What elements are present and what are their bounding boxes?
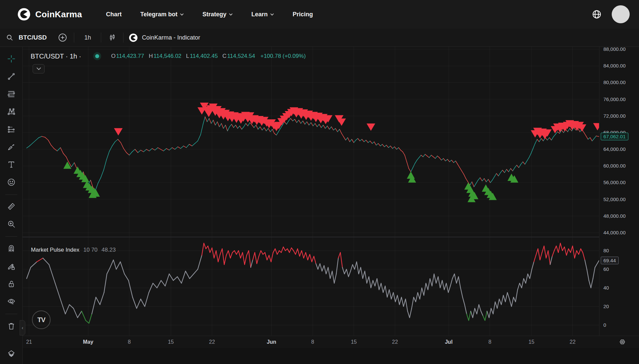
nav-item-learn[interactable]: Learn: [251, 11, 274, 18]
sell-signal-marker[interactable]: [366, 124, 375, 131]
xabcd-pattern-tool[interactable]: [4, 104, 19, 119]
mpi-tick-label: 0: [603, 322, 606, 328]
nav-item-chart[interactable]: Chart: [106, 11, 122, 18]
price-tick-label: 84,000.00: [603, 63, 626, 69]
coinkarma-indicator-icon: [129, 33, 138, 42]
mpi-last-value-label: 69.44: [601, 257, 619, 264]
time-tick-label: Jun: [262, 339, 282, 345]
close-value: 114,524.54: [227, 53, 255, 59]
time-tick-label: May: [78, 339, 98, 345]
compare-add-icon[interactable]: [57, 32, 69, 44]
symbol-search-icon[interactable]: [5, 33, 15, 43]
mpi-tick-label: 80: [603, 248, 609, 254]
toolbar-divider: [5, 236, 17, 237]
mpi-tick-label: 60: [603, 266, 609, 272]
time-scale-settings-icon[interactable]: [618, 338, 626, 348]
change-value: +100.78 (+0.09%): [260, 53, 306, 60]
low-value: 114,402.45: [190, 53, 218, 59]
time-tick-label: 22: [202, 339, 222, 345]
time-tick-label: Jul: [439, 339, 459, 345]
indicator-button[interactable]: CoinKarma - Indicator: [129, 33, 200, 42]
mpi-title: Market Pulse Index: [31, 247, 80, 253]
chart-toolbar: BTC/USD 1h CoinKarma - Indicator: [0, 29, 639, 47]
chart-area: BTC/USDT · 1h · O114,423.77 H114,546.02 …: [23, 47, 639, 364]
price-tick-label: 80,000.00: [603, 79, 626, 85]
time-tick-label: 15: [344, 339, 364, 345]
chevron-down-icon: [180, 13, 184, 16]
sell-signal-marker[interactable]: [114, 128, 122, 135]
buy-signal-marker[interactable]: [63, 162, 71, 169]
toolbar-divider: [101, 33, 101, 43]
mpi-legend[interactable]: Market Pulse Index 10 70 48.23: [31, 247, 116, 253]
chevron-down-icon: [229, 13, 233, 16]
mpi-value: 48.23: [102, 247, 116, 253]
price-scale[interactable]: 88,000.0084,000.0080,000.0076,000.0072,0…: [599, 47, 639, 336]
toolbar-divider: [74, 33, 74, 43]
last-price-label: 67,062.01: [601, 133, 628, 140]
price-tick-label: 60,000.00: [603, 163, 626, 169]
magnet-tool[interactable]: [4, 241, 19, 256]
prediction-tool[interactable]: [4, 122, 19, 137]
text-tool[interactable]: [4, 157, 19, 172]
time-tick-label: 22: [562, 339, 582, 345]
price-tick-label: 72,000.00: [603, 113, 626, 119]
bottom-strip: [23, 348, 639, 364]
chart-workspace: ‹ BTC/USDT · 1h · O114,423.77 H114,546.0…: [0, 47, 639, 364]
time-tick-label: 8: [303, 339, 322, 345]
emoji-tool[interactable]: [4, 175, 19, 189]
toolbar-divider: [123, 33, 123, 43]
symbol-search-input[interactable]: BTC/USD: [19, 34, 47, 41]
sell-signal-marker[interactable]: [593, 123, 599, 130]
price-tick-label: 44,000.00: [603, 230, 626, 236]
legend-collapse-button[interactable]: [33, 64, 45, 73]
remove-drawings-tool[interactable]: [4, 319, 19, 333]
time-scale[interactable]: 21May81522Jun81522Jul81522: [23, 336, 639, 348]
language-globe-icon[interactable]: [590, 8, 603, 21]
ohlc-values: O114,423.77 H114,546.02 L114,402.45 C114…: [111, 53, 306, 60]
lock-all-tool[interactable]: [4, 277, 19, 291]
nav-item-strategy[interactable]: Strategy: [202, 11, 233, 18]
interval-button[interactable]: 1h: [80, 34, 96, 41]
fib-retracement-tool[interactable]: [4, 87, 19, 101]
price-tick-label: 52,000.00: [603, 196, 626, 202]
toolbar-divider: [5, 194, 17, 195]
hide-drawings-tool[interactable]: [4, 294, 19, 309]
time-tick-label: 15: [161, 339, 181, 345]
price-tick-label: 64,000.00: [603, 146, 626, 152]
object-tree-tool[interactable]: [4, 346, 19, 361]
indicator-label: CoinKarma - Indicator: [142, 34, 200, 41]
time-tick-label: 15: [522, 339, 541, 345]
time-tick-label: 22: [385, 339, 405, 345]
chart-style-candles-icon[interactable]: [106, 32, 118, 43]
connection-status-dot[interactable]: [93, 52, 101, 60]
zoom-in-tool[interactable]: [4, 217, 19, 231]
price-tick-label: 48,000.00: [603, 213, 626, 219]
user-avatar[interactable]: [612, 5, 630, 23]
nav-item-pricing[interactable]: Pricing: [293, 11, 313, 18]
brand[interactable]: CoinKarma: [17, 8, 82, 21]
tradingview-watermark[interactable]: TV: [32, 310, 51, 329]
collapse-drawing-panel-handle[interactable]: ‹: [20, 320, 25, 335]
mpi-tick-label: 20: [603, 303, 609, 309]
time-tick-label: 8: [119, 339, 139, 345]
top-nav: CoinKarma Chart Telegram bot Strategy Le…: [0, 0, 639, 29]
mpi-tick-label: 40: [603, 285, 609, 291]
brush-tool[interactable]: [4, 140, 19, 154]
time-tick-label: 8: [480, 339, 500, 345]
nav-menu: Chart Telegram bot Strategy Learn Pricin…: [106, 11, 591, 18]
main-series-legend[interactable]: BTC/USDT · 1h · O114,423.77 H114,546.02 …: [31, 52, 306, 60]
price-tick-label: 76,000.00: [603, 96, 626, 102]
chevron-down-icon: [270, 13, 274, 16]
ruler-tool[interactable]: [4, 199, 19, 214]
crosshair-tool[interactable]: [4, 52, 19, 66]
open-value: 114,423.77: [116, 53, 144, 59]
coinkarma-logo-icon: [17, 8, 31, 21]
price-tick-label: 56,000.00: [603, 180, 626, 185]
trend-line-tool[interactable]: [4, 69, 19, 84]
drawing-lock-tool[interactable]: [4, 259, 19, 274]
sell-signal-marker[interactable]: [337, 119, 346, 126]
price-tick-label: 88,000.00: [603, 46, 626, 52]
high-value: 114,546.02: [153, 53, 181, 59]
price-chart-canvas[interactable]: [23, 47, 599, 237]
nav-item-telegram-bot[interactable]: Telegram bot: [140, 11, 184, 18]
